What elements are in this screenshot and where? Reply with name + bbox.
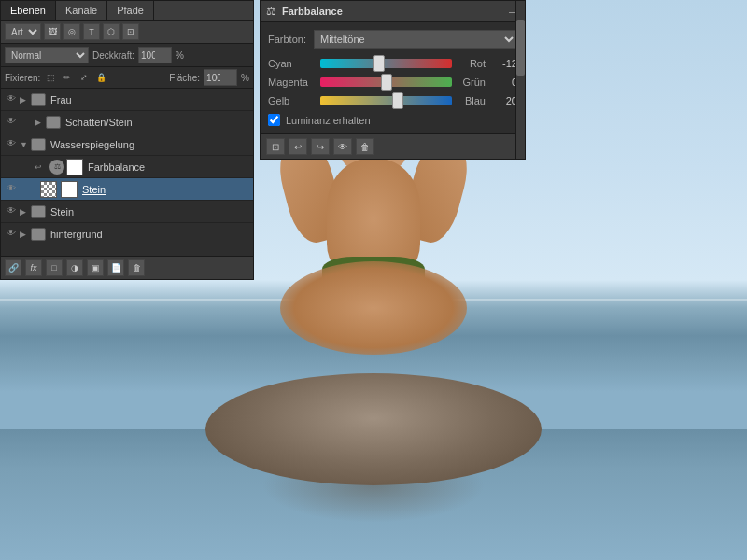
gelb-label: Gelb: [268, 95, 315, 106]
fixieren-row: Fixieren: ⬚ ✏ ⤢ 🔒 Fläche: %: [1, 67, 253, 89]
farbbalance-title: Farbbalance: [282, 6, 503, 17]
layer-name-farbbalance: Farbbalance: [88, 161, 249, 173]
blau-label: Blau: [458, 95, 486, 106]
thumb-fb: [66, 159, 83, 175]
luminanz-label: Luminanz erhalten: [286, 115, 371, 126]
flaeche-unit: %: [241, 73, 249, 83]
gruen-label: Grün: [458, 77, 486, 88]
delete-adj-btn[interactable]: 🗑: [356, 138, 374, 155]
fix-icon-2[interactable]: ✏: [61, 71, 74, 84]
slider-row-gelb-blau: Gelb Blau 20: [268, 95, 517, 106]
layer-item-stein-grp[interactable]: 👁 ▶ Stein: [1, 201, 253, 223]
expand-wasser[interactable]: ▼: [20, 140, 29, 149]
link-layers-btn[interactable]: 🔗: [5, 259, 21, 276]
fix-icon-3[interactable]: ⤢: [78, 71, 91, 84]
tool-text-icon[interactable]: T: [83, 23, 100, 40]
layer-type-select[interactable]: Art: [5, 23, 41, 40]
opacity-unit: %: [176, 50, 184, 61]
layer-item-hintergrund[interactable]: 👁 ▶ hintergrund: [1, 223, 253, 245]
gelb-blau-value: 20: [491, 95, 517, 106]
tool-shape-icon[interactable]: ⬡: [103, 23, 120, 40]
thumb-hint: [31, 228, 46, 241]
visibility-eye-stein-grp[interactable]: 👁: [5, 205, 18, 218]
cyan-rot-value: -12: [491, 58, 517, 69]
visibility-eye-schatten[interactable]: 👁: [5, 116, 18, 129]
tool-image-icon[interactable]: 🖼: [44, 23, 61, 40]
thumb-frau: [31, 93, 46, 106]
cyan-rot-track: [320, 59, 452, 68]
new-layer-btn[interactable]: 📄: [107, 259, 124, 276]
crossed-legs: [280, 261, 467, 355]
farbton-label: Farbton:: [268, 34, 306, 45]
visibility-eye-stein-sel[interactable]: 👁: [5, 183, 18, 196]
flaeche-input[interactable]: [204, 69, 237, 86]
tab-ebenen[interactable]: Ebenen: [1, 1, 56, 20]
farbbalance-footer: ⊡ ↩ ↪ 👁 🗑: [261, 133, 525, 159]
slider-row-mag-gruen: Magenta Grün 0: [268, 77, 517, 88]
fb-adj-icon: ⚖: [49, 160, 64, 175]
delete-layer-btn[interactable]: 🗑: [128, 259, 145, 276]
mag-gruen-track: [320, 77, 452, 87]
blend-mode-select[interactable]: Normal: [5, 47, 89, 63]
gelb-blau-track: [320, 96, 452, 105]
cyan-label: Cyan: [268, 58, 315, 69]
mask-thumb-stein-sel: [61, 181, 78, 198]
luminanz-row: Luminanz erhalten: [268, 114, 517, 126]
tool-smart-icon[interactable]: ⊡: [122, 23, 139, 40]
cyan-rot-slider[interactable]: [320, 59, 452, 68]
undo-btn[interactable]: ↩: [289, 138, 307, 155]
gelb-blau-slider[interactable]: [320, 96, 452, 105]
fix-icon-1[interactable]: ⬚: [44, 71, 57, 84]
visibility-eye-frau[interactable]: 👁: [5, 93, 18, 106]
layer-item-farbbalance[interactable]: 👁 ↩ ⚖ Farbbalance: [1, 156, 253, 178]
magenta-label: Magenta: [268, 77, 315, 88]
thumb-stein-grp: [31, 205, 46, 218]
tab-kanaele[interactable]: Kanäle: [56, 1, 107, 20]
farbbalance-icon: ⚖: [266, 5, 276, 18]
reset-adjustment-btn[interactable]: ⊡: [266, 138, 285, 155]
visibility-eye-fb[interactable]: 👁: [5, 161, 18, 174]
layer-name-hintergrund: hintergrund: [50, 229, 249, 240]
tool-adjust-icon[interactable]: ◎: [63, 23, 80, 40]
mag-gruen-slider[interactable]: [320, 77, 452, 87]
luminanz-checkbox[interactable]: [268, 114, 280, 126]
group-btn[interactable]: ▣: [87, 259, 104, 276]
fixieren-label: Fixieren:: [5, 73, 40, 83]
adjustment-btn[interactable]: ◑: [66, 259, 83, 276]
opacity-label: Deckkraft:: [92, 50, 134, 61]
expand-hint[interactable]: ▶: [20, 230, 29, 239]
rot-label: Rot: [458, 58, 486, 69]
visibility-eye-hint[interactable]: 👁: [5, 228, 18, 241]
fix-icon-4[interactable]: 🔒: [94, 71, 107, 84]
expand-schatten[interactable]: ▶: [35, 118, 44, 127]
layers-toolbar: Art 🖼 ◎ T ⬡ ⊡: [1, 21, 253, 44]
layer-name-stein-grp: Stein: [50, 206, 249, 217]
layer-item-stein-selected[interactable]: 👁 Stein: [1, 178, 253, 201]
tab-pfade[interactable]: Pfade: [107, 1, 154, 20]
expand-frau[interactable]: ▶: [20, 95, 29, 105]
layer-item-schatten[interactable]: 👁 ▶ Schatten/Stein: [1, 111, 253, 133]
layer-item-frau[interactable]: 👁 ▶ Frau: [1, 89, 253, 111]
visibility-btn[interactable]: 👁: [333, 138, 352, 155]
layers-panel: Ebenen Kanäle Pfade Art 🖼 ◎ T ⬡ ⊡ Normal…: [0, 0, 254, 280]
layers-bottom: 🔗 fx □ ◑ ▣ 📄 🗑: [1, 256, 253, 279]
layer-name-wasser: Wasserspiegelung: [50, 139, 249, 150]
opacity-input[interactable]: [138, 47, 172, 63]
fx-btn[interactable]: fx: [25, 259, 42, 276]
layer-item-wasserspiegelung[interactable]: 👁 ▼ Wasserspiegelung: [1, 133, 253, 156]
mag-gruen-value: 0: [491, 77, 517, 88]
expand-stein-grp[interactable]: ▶: [20, 207, 29, 217]
link-icon-fb: ↩: [35, 162, 48, 172]
layer-name-schatten: Schatten/Stein: [65, 117, 249, 128]
farbbalance-panel: ⚖ Farbbalance — Farbton: Tiefen Mitteltö…: [260, 0, 526, 160]
farbbalance-body: Farbton: Tiefen Mitteltöne Lichter Cyan …: [261, 22, 525, 133]
thumb-schatten: [46, 116, 61, 129]
visibility-eye-wasser[interactable]: 👁: [5, 138, 18, 151]
farbbalance-scrollbar[interactable]: [515, 1, 525, 159]
redo-btn[interactable]: ↪: [311, 138, 330, 155]
farbbalance-scrollbar-thumb[interactable]: [516, 20, 525, 76]
farbton-select[interactable]: Tiefen Mitteltöne Lichter: [314, 30, 517, 49]
add-mask-btn[interactable]: □: [46, 259, 63, 276]
slider-row-cyan-rot: Cyan Rot -12: [268, 58, 517, 69]
blend-opacity-row: Normal Deckkraft: %: [1, 44, 253, 67]
